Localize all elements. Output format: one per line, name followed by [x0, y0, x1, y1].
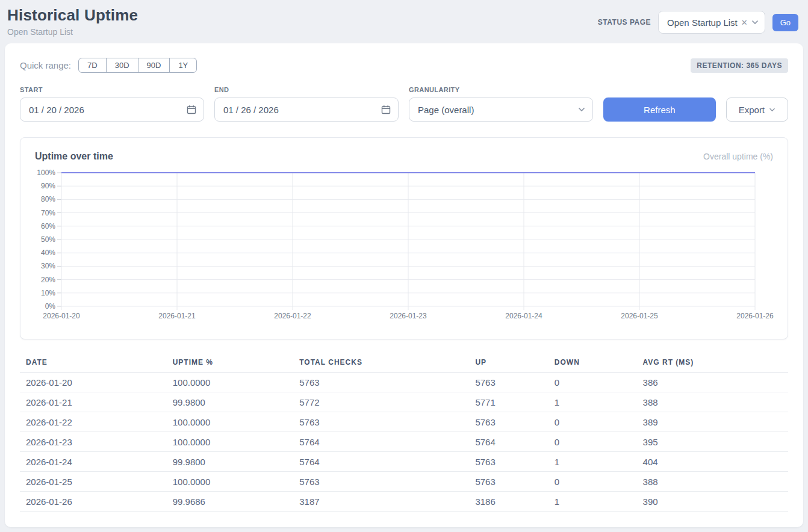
export-button-label: Export	[739, 105, 765, 115]
table-cell: 0	[549, 432, 637, 452]
export-button[interactable]: Export	[726, 97, 788, 122]
uptime-chart-card: Uptime over time Overall uptime (%) 0%10…	[20, 137, 788, 339]
table-cell: 5764	[469, 432, 548, 452]
quick-range-90d-button[interactable]: 90D	[138, 58, 170, 73]
column-header-avg-rt: AVG RT (MS)	[637, 353, 788, 373]
table-cell: 386	[637, 373, 788, 392]
start-label: START	[20, 86, 204, 93]
chevron-down-icon	[751, 20, 759, 25]
table-cell: 100.0000	[167, 472, 294, 492]
svg-text:2026-01-21: 2026-01-21	[158, 312, 196, 320]
table-cell: 5763	[293, 373, 469, 392]
table-cell: 5763	[293, 412, 469, 432]
page-title: Historical Uptime	[7, 6, 138, 25]
svg-text:40%: 40%	[41, 249, 55, 257]
filter-form-row: START END	[20, 86, 788, 122]
table-cell: 99.9800	[167, 392, 294, 412]
status-page-selected-value: Open Startup List	[667, 17, 738, 28]
calendar-icon[interactable]	[381, 105, 391, 114]
table-cell: 0	[549, 472, 637, 492]
granularity-label: GRANULARITY	[409, 86, 593, 93]
page-header: Historical Uptime Open Startup List STAT…	[0, 0, 808, 43]
granularity-select[interactable]: Page (overall)	[409, 97, 593, 122]
chart-header: Uptime over time Overall uptime (%)	[35, 151, 773, 162]
table-cell: 2026-01-26	[20, 492, 167, 512]
uptime-table-head: DATE UPTIME % TOTAL CHECKS UP DOWN AVG R…	[20, 353, 788, 373]
refresh-button[interactable]: Refresh	[603, 97, 716, 122]
chart-title: Uptime over time	[35, 151, 113, 162]
svg-text:80%: 80%	[41, 195, 55, 203]
table-cell: 1	[549, 392, 637, 412]
uptime-chart-svg: 0%10%20%30%40%50%60%70%80%90%100%2026-01…	[35, 168, 774, 323]
table-cell: 1	[549, 452, 637, 472]
column-header-total-checks: TOTAL CHECKS	[293, 353, 469, 373]
svg-text:70%: 70%	[41, 209, 55, 217]
table-cell: 2026-01-25	[20, 472, 167, 492]
svg-text:30%: 30%	[41, 262, 55, 270]
table-cell: 388	[637, 392, 788, 412]
title-block: Historical Uptime Open Startup List	[7, 6, 138, 37]
uptime-table: DATE UPTIME % TOTAL CHECKS UP DOWN AVG R…	[20, 353, 788, 512]
svg-text:2026-01-23: 2026-01-23	[390, 312, 427, 320]
table-cell: 390	[637, 492, 788, 512]
table-cell: 5771	[469, 392, 548, 412]
start-date-input-box[interactable]	[20, 97, 204, 122]
quick-range-row: Quick range: 7D 30D 90D 1Y RETENTION: 36…	[20, 58, 788, 73]
table-row: 2026-01-2199.9800577257711388	[20, 392, 788, 412]
go-button[interactable]: Go	[772, 14, 798, 31]
table-cell: 5763	[469, 452, 548, 472]
granularity-selected-value: Page (overall)	[418, 105, 474, 115]
table-row: 2026-01-25100.0000576357630388	[20, 472, 788, 492]
svg-text:0%: 0%	[45, 302, 56, 311]
table-cell: 5763	[469, 412, 548, 432]
table-cell: 2026-01-21	[20, 392, 167, 412]
calendar-icon[interactable]	[187, 105, 196, 114]
status-page-select[interactable]: Open Startup List ✕	[658, 11, 765, 34]
svg-text:100%: 100%	[37, 169, 55, 177]
table-cell: 99.9800	[167, 452, 294, 472]
quick-range-label: Quick range:	[20, 60, 71, 70]
table-row: 2026-01-22100.0000576357630389	[20, 412, 788, 432]
column-header-down: DOWN	[549, 353, 637, 373]
uptime-table-body: 2026-01-20100.00005763576303862026-01-21…	[20, 373, 788, 512]
table-cell: 2026-01-20	[20, 373, 167, 392]
granularity-field: GRANULARITY Page (overall)	[409, 86, 593, 122]
quick-range-30d-button[interactable]: 30D	[106, 58, 138, 73]
table-cell: 5764	[293, 432, 469, 452]
table-cell: 404	[637, 452, 788, 472]
chevron-down-icon	[769, 108, 775, 112]
main-panel: Quick range: 7D 30D 90D 1Y RETENTION: 36…	[5, 43, 803, 527]
end-date-field: END	[214, 86, 399, 122]
table-cell: 389	[637, 412, 788, 432]
end-date-input-box[interactable]	[214, 97, 399, 122]
table-cell: 3186	[469, 492, 548, 512]
start-date-input[interactable]	[29, 105, 149, 115]
svg-text:2026-01-26: 2026-01-26	[736, 312, 774, 320]
table-cell: 5763	[469, 472, 548, 492]
svg-text:2026-01-20: 2026-01-20	[43, 312, 80, 320]
quick-range-1y-button[interactable]: 1Y	[169, 58, 197, 73]
table-cell: 395	[637, 432, 788, 452]
quick-range-group: 7D 30D 90D 1Y	[78, 58, 197, 73]
table-cell: 0	[549, 373, 637, 392]
svg-text:2026-01-22: 2026-01-22	[274, 312, 311, 320]
end-date-input[interactable]	[223, 105, 344, 115]
svg-text:2026-01-25: 2026-01-25	[621, 312, 658, 320]
svg-text:90%: 90%	[41, 182, 55, 190]
chevron-down-icon	[578, 107, 585, 112]
chart-legend: Overall uptime (%)	[703, 152, 773, 161]
table-cell: 5772	[293, 392, 469, 412]
status-page-label: STATUS PAGE	[598, 18, 651, 26]
chart-area: 0%10%20%30%40%50%60%70%80%90%100%2026-01…	[35, 168, 773, 326]
clear-selection-icon[interactable]: ✕	[741, 19, 748, 26]
page-subtitle: Open Startup List	[7, 27, 138, 37]
svg-text:2026-01-24: 2026-01-24	[505, 312, 542, 320]
table-cell: 1	[549, 492, 637, 512]
table-row: 2026-01-2699.9686318731861390	[20, 492, 788, 512]
table-row: 2026-01-2499.9800576457631404	[20, 452, 788, 472]
table-cell: 2026-01-23	[20, 432, 167, 452]
end-label: END	[214, 86, 399, 93]
header-controls: STATUS PAGE Open Startup List ✕ Go	[598, 11, 798, 34]
quick-range-7d-button[interactable]: 7D	[78, 58, 107, 73]
svg-text:20%: 20%	[41, 276, 55, 284]
